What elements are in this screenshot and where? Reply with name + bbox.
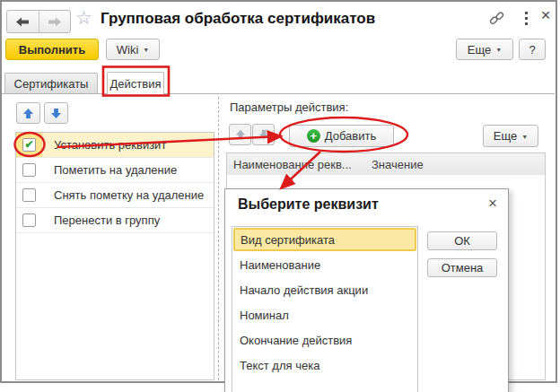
action-label: Снять пометку на удаление [54,188,204,202]
favorite-star-icon[interactable]: ☆ [75,7,92,29]
nav-button-group [6,10,71,33]
down-arrow-icon [50,108,62,119]
forward-arrow-icon [48,17,61,27]
wiki-button[interactable]: Wiki ▼ [106,39,160,60]
action-label: Установить реквизит [54,138,166,152]
dropdown-icon: ▼ [521,134,528,140]
params-move-down-button[interactable] [252,124,275,145]
checkbox-checked-icon[interactable]: ✔ [22,138,36,152]
column-header-label: Значение [372,158,424,171]
dialog-item-label: Текст для чека [240,359,319,372]
select-attribute-dialog: Выберите реквизит × Вид сертификата Наим… [224,188,509,392]
action-row-mark-deletion[interactable]: Пометить на удаление [16,158,214,183]
column-header-label: Наименование рекв... [233,158,352,171]
dialog-item-certificate-type[interactable]: Вид сертификата [233,228,416,251]
ok-button[interactable]: ОК [427,231,497,250]
help-label: ? [529,43,535,57]
panel-splitter[interactable] [218,97,219,380]
help-button[interactable]: ? [519,39,546,60]
more-button-top[interactable]: Еще ▼ [456,39,513,60]
dialog-item-label: Начало действия акции [240,283,368,297]
execute-label: Выполнить [19,43,85,57]
tab-actions[interactable]: Действия [107,72,164,94]
dialog-attribute-list: Вид сертификата Наименование Начало дейс… [232,226,418,392]
dropdown-icon: ▼ [143,47,149,53]
add-button[interactable]: + Добавить [289,125,394,147]
action-row-unmark-deletion[interactable]: Снять пометку на удаление [16,183,214,208]
action-row-move-to-group[interactable]: Перенести в группу [16,208,214,233]
action-row-set-attribute[interactable]: ✔ Установить реквизит [16,133,214,158]
menu-dots-icon[interactable] [518,10,534,26]
dialog-item-label: Вид сертификата [241,233,335,247]
wiki-label: Wiki [117,43,139,57]
cancel-button[interactable]: Отмена [427,258,497,277]
back-arrow-icon [16,17,30,27]
actions-move-up-button[interactable] [16,102,40,124]
dialog-item-receipt-text[interactable]: Текст для чека [232,353,417,378]
dropdown-icon: ▼ [495,47,502,53]
table-header-value[interactable]: Значение [365,152,546,176]
actions-list: ✔ Установить реквизит Пометить на удален… [15,132,214,380]
execute-button[interactable]: Выполнить [5,39,99,60]
forward-button[interactable] [39,11,71,32]
action-label: Перенести в группу [54,213,160,227]
dialog-item-name[interactable]: Наименование [232,252,417,277]
params-label: Параметры действия: [230,100,348,114]
dialog-item-expiration[interactable]: Окончание действия [232,327,417,353]
down-arrow-disabled-icon [258,129,269,140]
tabs-underline [2,93,555,94]
tab-certificates[interactable]: Сертификаты [4,73,98,93]
dialog-title: Выберите реквизит [238,196,379,213]
tab-certificates-label: Сертификаты [14,77,89,91]
actions-move-down-button[interactable] [44,102,68,124]
close-window-icon[interactable]: × [537,5,555,25]
dialog-item-nominal[interactable]: Номинал [232,302,417,327]
dialog-item-promo-start[interactable]: Начало действия акции [232,277,417,302]
checkbox-icon[interactable] [22,163,36,177]
cancel-label: Отмена [442,261,484,274]
checkbox-icon[interactable] [22,213,36,227]
tab-actions-label: Действия [110,77,162,91]
ok-label: ОК [454,234,470,248]
add-label: Добавить [325,129,376,143]
more-label: Еще [468,43,491,57]
link-icon[interactable] [488,10,504,26]
dialog-item-label: Наименование [240,258,320,272]
checkbox-icon[interactable] [22,188,36,202]
up-arrow-disabled-icon [235,129,246,140]
screenshot-stage: ☆ Групповая обработка сертификатов × Вып… [0,0,560,392]
action-label: Пометить на удаление [54,163,177,177]
up-arrow-icon [22,108,34,119]
dialog-item-label: Номинал [240,309,289,322]
dialog-close-icon[interactable]: × [488,195,497,213]
more-label: Еще [494,129,517,143]
table-header-name[interactable]: Наименование рекв... [226,152,366,176]
params-move-up-button[interactable] [229,124,251,145]
page-title: Групповая обработка сертификатов [101,10,375,28]
back-button[interactable] [7,11,39,32]
plus-icon: + [307,129,320,143]
more-button-params[interactable]: Еще ▼ [483,125,538,147]
dialog-item-label: Окончание действия [240,334,352,347]
